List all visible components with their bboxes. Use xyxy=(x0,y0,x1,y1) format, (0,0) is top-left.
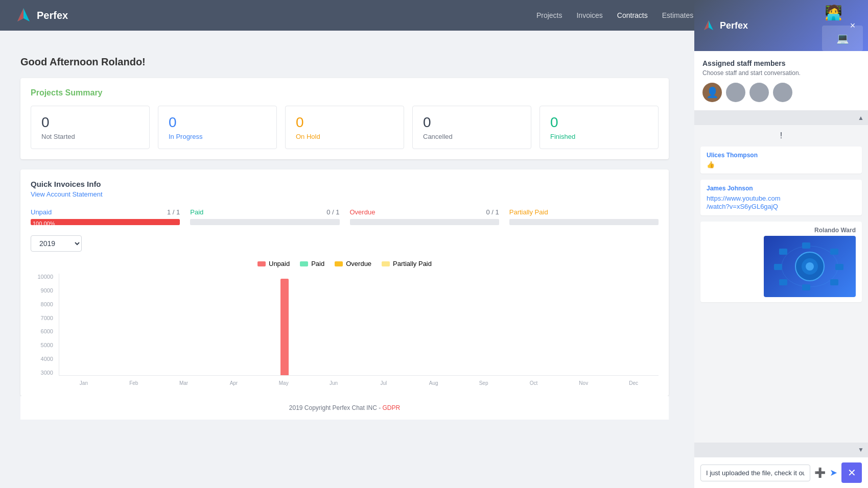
chart-col-apr xyxy=(210,274,259,375)
chat-message-ulices: Ulices Thompson 👍 xyxy=(700,147,862,174)
svg-rect-13 xyxy=(830,279,838,285)
svg-rect-9 xyxy=(830,249,838,255)
nav-contracts[interactable]: Contracts xyxy=(617,11,648,19)
chart-col-nov xyxy=(558,274,607,375)
stat-in-progress-label: In Progress xyxy=(169,133,266,140)
chat-messages[interactable]: ! Ulices Thompson 👍 James Johnson https:… xyxy=(694,125,868,440)
legend-partial-dot xyxy=(382,261,390,266)
partially-paid-track xyxy=(509,219,659,225)
stat-not-started-value: 0 xyxy=(41,114,139,131)
unpaid-track: 100.00% xyxy=(31,219,180,225)
partially-paid-label: Partially Paid xyxy=(509,208,548,216)
y-label-6000: 6000 xyxy=(41,328,53,334)
legend-partial-label: Partially Paid xyxy=(393,260,432,267)
unpaid-fill: 100.00% xyxy=(31,219,180,225)
legend-unpaid: Unpaid xyxy=(257,260,290,267)
x-label-mar: Mar xyxy=(159,380,209,386)
stat-not-started: 0 Not Started xyxy=(31,106,150,149)
svg-rect-10 xyxy=(835,264,843,270)
chart-col-aug xyxy=(409,274,458,375)
staff-avatar-1-img xyxy=(726,83,745,102)
chart-col-jun xyxy=(310,274,358,375)
chat-app-name: Perfex xyxy=(720,20,748,31)
overdue-count: 0 / 1 xyxy=(486,208,499,216)
svg-rect-8 xyxy=(779,249,787,255)
chat-message-rolando: Rolando Ward xyxy=(700,222,862,302)
legend-overdue-label: Overdue xyxy=(346,260,371,267)
logo[interactable]: Perfex xyxy=(15,7,68,23)
nav-projects[interactable]: Projects xyxy=(536,11,562,19)
projects-summary-title: Projects Summary xyxy=(31,88,659,97)
x-label-apr: Apr xyxy=(209,380,259,386)
chart-col-may xyxy=(260,274,309,375)
staff-avatar-3[interactable] xyxy=(773,83,792,102)
x-label-sep: Sep xyxy=(459,380,509,386)
y-label-3000: 3000 xyxy=(41,370,53,376)
projects-summary-card: Projects Summary 0 Not Started 0 In Prog… xyxy=(20,78,669,159)
staff-avatar-main[interactable]: 👤 xyxy=(702,83,722,102)
paid-count: 0 / 1 xyxy=(326,208,339,216)
gdpr-link[interactable]: GDPR xyxy=(383,404,401,411)
y-label-9000: 9000 xyxy=(41,287,53,294)
chart-col-jul xyxy=(360,274,408,375)
notif-dot-icon: ! xyxy=(780,131,782,140)
bar-partially-paid: Partially Paid xyxy=(509,208,659,225)
perfex-logo-icon xyxy=(15,7,32,23)
overdue-track xyxy=(350,219,499,225)
y-label-10000: 10000 xyxy=(37,274,53,280)
x-label-feb: Feb xyxy=(109,380,159,386)
chart-x-labels: JanFebMarAprMayJunJulAugSepOctNovDec xyxy=(59,380,659,386)
chart-col-oct xyxy=(508,274,557,375)
y-label-5000: 5000 xyxy=(41,342,53,348)
chart-legend: Unpaid Paid Overdue Partially Paid xyxy=(31,260,659,267)
scroll-up-button[interactable]: ▲ xyxy=(856,112,866,124)
nav-estimates[interactable]: Estimates xyxy=(662,11,693,19)
greeting: Good Afternoon Rolando! xyxy=(20,56,669,68)
staff-avatar-2-img xyxy=(749,83,769,102)
message-link-james[interactable]: https://www.youtube.com/watch?v=xS6yGL6g… xyxy=(707,194,781,210)
staff-avatar-1[interactable] xyxy=(726,83,745,102)
notification-dot-msg: ! xyxy=(700,131,862,140)
bar-overdue: Overdue 0 / 1 xyxy=(350,208,499,225)
chat-banner-decoration: 💻 xyxy=(822,26,863,51)
copyright: 2019 Copyright Perfex Chat INC - GDPR xyxy=(20,396,669,420)
stat-not-started-label: Not Started xyxy=(41,133,139,140)
bar-paid: Paid 0 / 1 xyxy=(190,208,339,225)
staff-avatar-2[interactable] xyxy=(749,83,769,102)
legend-unpaid-label: Unpaid xyxy=(269,260,290,267)
chat-logo-icon xyxy=(702,19,715,32)
x-label-jan: Jan xyxy=(59,380,109,386)
view-account-link[interactable]: View Account Statement xyxy=(31,190,659,198)
legend-paid-dot xyxy=(300,261,308,266)
chat-illustration: 🧑‍💻 xyxy=(825,4,842,21)
logo-text: Perfex xyxy=(37,10,68,21)
x-label-jul: Jul xyxy=(359,380,409,386)
staff-title: Assigned staff members xyxy=(702,59,860,67)
stat-cancelled-value: 0 xyxy=(423,114,521,131)
svg-marker-1 xyxy=(17,8,24,21)
staff-avatar-main-img: 👤 xyxy=(702,83,722,102)
year-select-wrap: 2019 2018 2020 xyxy=(31,235,659,252)
invoices-card: Quick Invoices Info View Account Stateme… xyxy=(20,169,669,396)
chart-area xyxy=(59,274,659,376)
legend-paid: Paid xyxy=(300,260,324,267)
message-image-rolando xyxy=(764,236,856,297)
chat-header-banner: Perfex × 🧑‍💻 💻 xyxy=(694,0,868,51)
stat-cancelled: 0 Cancelled xyxy=(412,106,531,149)
copyright-text: 2019 Copyright Perfex Chat INC - xyxy=(289,404,383,411)
svg-rect-14 xyxy=(802,242,810,249)
staff-section: Assigned staff members Choose staff and … xyxy=(694,51,868,111)
main-content: Good Afternoon Rolando! Projects Summary… xyxy=(0,51,689,440)
y-label-4000: 4000 xyxy=(41,356,53,362)
svg-marker-3 xyxy=(704,20,709,30)
invoice-bars: Unpaid 1 / 1 100.00% Paid 0 / 1 xyxy=(31,208,659,225)
nav-invoices[interactable]: Invoices xyxy=(576,11,602,19)
chat-header-left: Perfex xyxy=(702,19,748,32)
chart-y-axis: 10000 9000 8000 7000 6000 5000 4000 3000 xyxy=(31,274,56,376)
legend-overdue: Overdue xyxy=(335,260,371,267)
paid-label: Paid xyxy=(190,208,203,216)
year-select[interactable]: 2019 2018 2020 xyxy=(31,235,82,252)
paid-track xyxy=(190,219,339,225)
svg-rect-11 xyxy=(774,264,782,270)
message-sender-ulices: Ulices Thompson xyxy=(707,152,856,159)
